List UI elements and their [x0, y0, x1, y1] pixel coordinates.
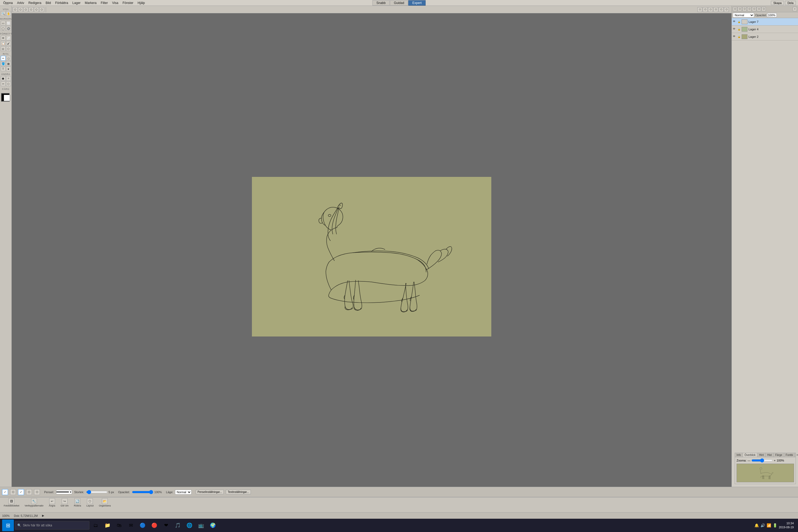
zoom-tool[interactable]: 🔍 [1, 11, 5, 16]
verktygsal-btn[interactable]: 🔧 Verktygsalternativ [23, 498, 45, 508]
smart-brush[interactable]: 🖌 [6, 41, 11, 46]
tray-icon-battery[interactable]: 🔋 [773, 523, 777, 528]
panel-icon-3[interactable]: ⬡ [742, 7, 747, 11]
zoom-minus[interactable]: — [747, 459, 750, 462]
eraser-tool[interactable]: ◻ [6, 56, 11, 61]
straighten-tool[interactable]: ⬡ [6, 81, 11, 86]
panel-icon-4[interactable]: ⬡ [747, 7, 752, 11]
layer-eye-7[interactable]: 👁 [733, 20, 737, 24]
text-settings-btn[interactable]: Textinställningar... [226, 490, 251, 494]
taskbar-icon-chrome[interactable]: 🌐 [184, 520, 195, 531]
taskbar-icon-folder[interactable]: 📁 [102, 520, 113, 531]
paint-bucket[interactable]: 🪣 [1, 61, 5, 66]
gradient-tool[interactable]: ▦ [6, 61, 11, 66]
red-eye-tool[interactable]: 👁 [1, 36, 5, 40]
panel-icon-7[interactable]: ⬡ [762, 7, 766, 11]
menu-item-markera[interactable]: Markera [83, 1, 99, 5]
nav-zoom-slider[interactable] [752, 458, 773, 462]
menu-item-bild[interactable]: Bild [43, 1, 53, 5]
heal-tool[interactable]: 🩹 [6, 36, 11, 40]
toolbar-icon-7[interactable]: ⬡ [34, 7, 39, 12]
menu-item-arkiv[interactable]: Arkiv [15, 1, 26, 5]
taskbar-icon-globe[interactable]: 🌍 [208, 520, 218, 531]
clone-tool[interactable]: 📋 [1, 41, 5, 46]
nav-tab-hist[interactable]: Hist [765, 453, 774, 457]
custom-shape[interactable]: ★ [6, 66, 11, 71]
menu-item-oppna[interactable]: Öppna [1, 1, 15, 5]
toolbar-icon-6[interactable]: ⬡ [29, 7, 34, 12]
nav-tab-info[interactable]: Info [735, 453, 743, 457]
right-panel-icon-3[interactable]: ⬡ [708, 7, 713, 12]
mode-tab-guidad[interactable]: Guidad [390, 0, 408, 5]
menu-item-hjalp[interactable]: Hjälp [135, 1, 147, 5]
menu-item-redigera[interactable]: Redigera [26, 1, 44, 5]
blend-mode-select[interactable]: Normal Upplösa Mörkna Multiplicera [733, 13, 754, 18]
crop-tool[interactable]: ⌗ [6, 76, 11, 81]
canvas-document[interactable] [252, 177, 491, 337]
panel-icon-6[interactable]: ⬡ [757, 7, 761, 11]
panel-icon-2[interactable]: ⬡ [738, 7, 742, 11]
taskbar-icon-app2[interactable]: 🔴 [149, 520, 159, 531]
taskbar-search[interactable]: 🔍 Skriv här för att söka [15, 521, 89, 530]
skapa-button[interactable]: Skapa [771, 1, 784, 5]
layer-item-2[interactable]: 👁 🔒 Lager 2 [732, 33, 798, 40]
panel-icon-5[interactable]: ⬡ [752, 7, 756, 11]
text-tool[interactable]: T [1, 66, 5, 71]
layout-btn[interactable]: ⬡ Layout [85, 498, 95, 508]
organisera-btn[interactable]: 📂 Organisera [97, 498, 113, 508]
layer-eye-2[interactable]: 👁 [733, 35, 737, 39]
rotera-btn[interactable]: 🔄 Rotera [72, 498, 83, 508]
hand-tool[interactable]: ✋ [6, 11, 11, 16]
nav-tab-close[interactable]: × [795, 453, 798, 457]
taskbar-icon-mail[interactable]: ✉ [126, 520, 136, 531]
mode-tab-expert[interactable]: Expert [408, 0, 425, 5]
taskbar-icon-spotify[interactable]: 🎵 [172, 520, 183, 531]
tool-opt-5[interactable]: ⬡ [34, 489, 40, 495]
right-panel-icon-6[interactable]: ⬡ [724, 7, 729, 12]
angra-btn[interactable]: ↩ Ångra [48, 498, 57, 508]
tray-icon-notifications[interactable]: 🔔 [754, 523, 759, 528]
brush-tool[interactable]: ✏ [1, 56, 5, 61]
tool-opt-2[interactable]: ⬡ [10, 489, 16, 495]
taskbar-icon-files[interactable]: 🗂 [91, 520, 101, 531]
select-rect-tool[interactable]: ▭ [1, 21, 5, 25]
taskbar-clock[interactable]: 10:34 2019-08-19 [779, 521, 794, 530]
toolbar-icon-3[interactable]: ⬡ [13, 7, 18, 12]
quick-select-tool[interactable]: 🔘 [6, 26, 11, 31]
gor-om-btn[interactable]: ↪ Gör om [59, 498, 70, 508]
menu-item-lager[interactable]: Lager [70, 1, 83, 5]
opacity-input[interactable] [767, 13, 777, 17]
menu-item-visa[interactable]: Visa [110, 1, 120, 5]
right-panel-icon-1[interactable]: ⬡ [698, 7, 702, 12]
mode-tab-snabb[interactable]: Snabb [373, 0, 390, 5]
magic-select-tool[interactable]: ⬜ [6, 21, 11, 25]
start-button[interactable]: ⊞ [2, 519, 14, 531]
arrow-icon[interactable]: ▶ [42, 514, 44, 517]
tool-opt-4[interactable]: ⬡ [26, 489, 32, 495]
brush-preview[interactable]: ▼ [56, 490, 72, 494]
layer-mode-select[interactable]: Normal [175, 490, 191, 494]
menu-item-fonster[interactable]: Fönster [120, 1, 136, 5]
transform-tool[interactable]: ⬢ [1, 76, 5, 81]
toolbar-icon-8[interactable]: ⬡ [39, 7, 44, 12]
layer-item-7[interactable]: 👁 🔒 Lager 7 [732, 18, 798, 25]
sponge-tool[interactable]: ⬡ [6, 46, 11, 51]
zoom-plus[interactable]: + [774, 459, 775, 462]
layer-item-4[interactable]: 👁 🔒 Lager 4 [732, 25, 798, 33]
taskbar-icon-app3[interactable]: ❤ [161, 520, 171, 531]
tray-icon-network[interactable]: 📶 [766, 523, 771, 528]
toolbar-icon-5[interactable]: ⬡ [23, 7, 28, 12]
tool-opt-3[interactable]: ✓ [18, 489, 24, 495]
right-panel-icon-5[interactable]: ⬡ [719, 7, 723, 12]
opacity-slider[interactable] [132, 490, 153, 494]
taskbar-icon-netflix[interactable]: 📺 [196, 520, 206, 531]
tool-opt-1[interactable]: ✓ [2, 489, 8, 495]
toolbar-icon-4[interactable]: ⬡ [18, 7, 23, 12]
recompose-tool[interactable]: ✂ [1, 81, 5, 86]
right-panel-icon-2[interactable]: ⬡ [703, 7, 707, 12]
panel-close-icon[interactable]: × [793, 7, 797, 11]
background-color-swatch[interactable] [4, 95, 10, 101]
dela-button[interactable]: Dela [785, 1, 796, 5]
taskbar-icon-store[interactable]: 🛍 [114, 520, 125, 531]
nav-tab-fontbi[interactable]: Fontbi [784, 453, 795, 457]
